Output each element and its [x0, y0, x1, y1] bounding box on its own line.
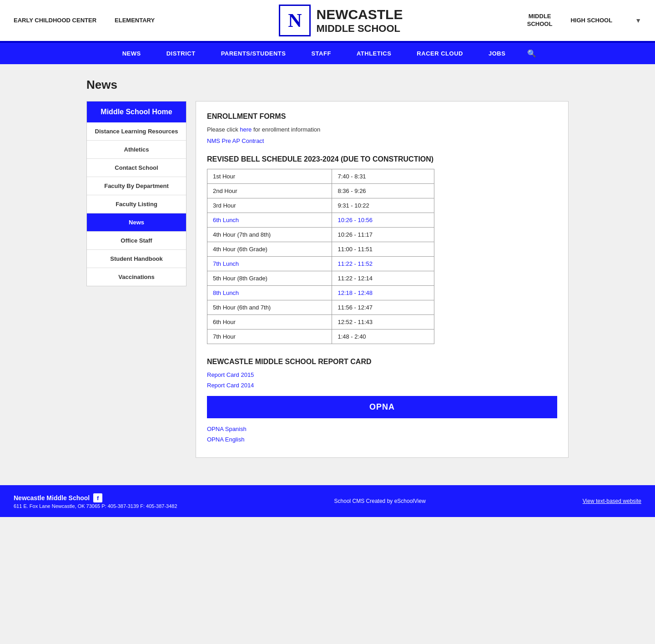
sidebar-item-student-handbook[interactable]: Student Handbook	[87, 250, 186, 268]
bell-table-row: 5th Hour (6th and 7th)11:56 - 12:47	[207, 300, 434, 315]
opna-english-link[interactable]: OPNA English	[207, 436, 557, 443]
sidebar-header[interactable]: Middle School Home	[87, 101, 186, 122]
sidebar-item-contact-school[interactable]: Contact School	[87, 159, 186, 177]
report-card-2014-link[interactable]: Report Card 2014	[207, 382, 557, 389]
sidebar-item-news[interactable]: News	[87, 213, 186, 232]
bell-table-row: 7th Hour1:48 - 2:40	[207, 330, 434, 344]
logo-box: N	[279, 5, 311, 36]
enrollment-text-before: Please click	[207, 126, 240, 133]
school-name-line2: MIDDLE SCHOOL	[316, 23, 403, 35]
bell-table-row: 1st Hour7:40 - 8:31	[207, 169, 434, 184]
report-card-heading: NEWCASTLE MIDDLE SCHOOL REPORT CARD	[207, 358, 557, 366]
report-card-section: NEWCASTLE MIDDLE SCHOOL REPORT CARD Repo…	[207, 358, 557, 389]
bell-table-row: 4th Hour (7th and 8th)10:26 - 11:17	[207, 228, 434, 242]
elementary-label: ELEMENTARY	[115, 17, 155, 24]
main-content: ENROLLMENT FORMS Please click here for e…	[196, 101, 569, 458]
high-school-label: HIGH SCHOOL	[570, 17, 612, 24]
opna-banner: OPNA	[207, 396, 557, 418]
dropdown-arrow-icon[interactable]: ▼	[635, 17, 641, 24]
school-name-block: NEWCASTLE MIDDLE SCHOOL	[316, 6, 403, 35]
bell-table-row: 6th Lunch10:26 - 10:56	[207, 213, 434, 228]
high-school-link[interactable]: HIGH SCHOOL	[570, 17, 612, 25]
main-layout: Middle School Home Distance Learning Res…	[86, 101, 569, 458]
search-icon[interactable]: 🔍	[518, 43, 545, 64]
sidebar-item-office-staff[interactable]: Office Staff	[87, 232, 186, 250]
left-school-links: EARLY CHILDHOOD CENTER ELEMENTARY	[14, 17, 155, 25]
bell-table-row: 3rd Hour9:31 - 10:22	[207, 198, 434, 213]
footer-text-based-link[interactable]: View text-based website	[583, 498, 641, 504]
early-childhood-label: EARLY CHILDHOOD CENTER	[14, 17, 96, 24]
enrollment-here-link[interactable]: here	[240, 126, 252, 133]
nav-district[interactable]: DISTRICT	[154, 44, 208, 63]
facebook-icon[interactable]: f	[93, 493, 102, 502]
bell-table-row: 8th Lunch12:18 - 12:48	[207, 286, 434, 300]
enrollment-heading: ENROLLMENT FORMS	[207, 112, 557, 121]
nav-parents-students[interactable]: PARENTS/STUDENTS	[208, 44, 299, 63]
bell-table-row: 4th Hour (6th Grade)11:00 - 11:51	[207, 242, 434, 257]
sidebar-item-athletics[interactable]: Athletics	[87, 141, 186, 159]
enrollment-text: Please click here for enrollment informa…	[207, 126, 557, 133]
nav-racer-cloud[interactable]: RACER CLOUD	[404, 44, 476, 63]
footer-school-name-text: Newcastle Middle School	[14, 494, 90, 502]
footer-left: Newcastle Middle School f 611 E. Fox Lan…	[14, 493, 177, 509]
bell-table-row: 7th Lunch11:22 - 11:52	[207, 257, 434, 271]
enrollment-section: ENROLLMENT FORMS Please click here for e…	[207, 112, 557, 144]
nav-athletics[interactable]: ATHLETICS	[344, 44, 404, 63]
bell-schedule-table: 1st Hour7:40 - 8:312nd Hour8:36 - 9:263r…	[207, 169, 434, 344]
footer-credit: School CMS Created by eSchoolView	[334, 498, 426, 504]
sidebar-item-faculty-listing[interactable]: Faculty Listing	[87, 195, 186, 213]
opna-spanish-link[interactable]: OPNA Spanish	[207, 426, 557, 432]
footer-address: 611 E. Fox Lane Newcastle, OK 73065 P: 4…	[14, 503, 177, 509]
elementary-link[interactable]: ELEMENTARY	[115, 17, 155, 25]
nav-jobs[interactable]: JOBS	[476, 44, 518, 63]
nav-bar: NEWS DISTRICT PARENTS/STUDENTS STAFF ATH…	[0, 43, 655, 64]
school-logo: N NEWCASTLE MIDDLE SCHOOL	[279, 5, 403, 36]
sidebar: Middle School Home Distance Learning Res…	[86, 101, 186, 286]
bell-table-row: 6th Hour12:52 - 11:43	[207, 315, 434, 330]
opna-section: OPNA OPNA Spanish OPNA English	[207, 396, 557, 443]
report-card-2015-link[interactable]: Report Card 2015	[207, 371, 557, 378]
bell-schedule-heading: REVISED BELL SCHEDULE 2023-2024 (DUE TO …	[207, 155, 557, 163]
page-title: News	[86, 78, 569, 92]
top-header: EARLY CHILDHOOD CENTER ELEMENTARY N NEWC…	[0, 0, 655, 43]
sidebar-item-vaccinations[interactable]: Vaccinations	[87, 268, 186, 286]
logo-letter: N	[288, 10, 302, 31]
enrollment-text-after: for enrollment information	[252, 126, 320, 133]
nms-pre-ap-link[interactable]: NMS Pre AP Contract	[207, 137, 557, 144]
bell-table-row: 5th Hour (8th Grade)11:22 - 12:14	[207, 271, 434, 286]
page-content: News Middle School Home Distance Learnin…	[77, 64, 578, 472]
sidebar-item-distance-learning[interactable]: Distance Learning Resources	[87, 122, 186, 141]
footer-school-name: Newcastle Middle School f	[14, 493, 177, 502]
bell-schedule-section: REVISED BELL SCHEDULE 2023-2024 (DUE TO …	[207, 155, 557, 344]
sidebar-item-faculty-by-dept[interactable]: Faculty By Department	[87, 177, 186, 195]
footer: Newcastle Middle School f 611 E. Fox Lan…	[0, 485, 655, 517]
school-name-line1: NEWCASTLE	[316, 6, 403, 23]
middle-school-link[interactable]: MIDDLESCHOOL	[527, 13, 553, 28]
nav-staff[interactable]: STAFF	[298, 44, 343, 63]
nav-news[interactable]: NEWS	[110, 44, 154, 63]
bell-table-row: 2nd Hour8:36 - 9:26	[207, 184, 434, 198]
right-school-links: MIDDLESCHOOL HIGH SCHOOL ▼	[527, 13, 641, 28]
early-childhood-link[interactable]: EARLY CHILDHOOD CENTER	[14, 17, 96, 25]
